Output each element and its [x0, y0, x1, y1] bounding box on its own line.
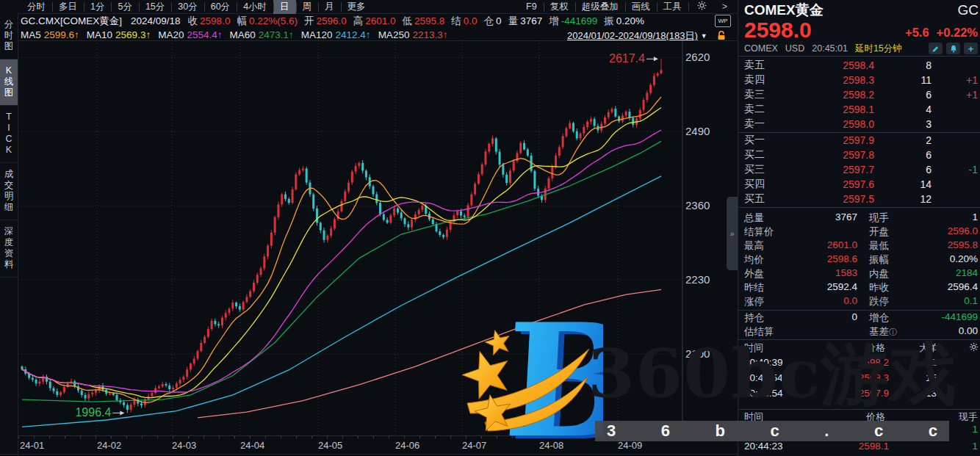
field-仓: 仓0: [484, 15, 502, 26]
x-label-24-02: 24-02: [97, 440, 121, 451]
bid-row[interactable]: 买三2597.76-1: [738, 162, 980, 177]
stat-row: 均价2598.6振幅0.20%: [738, 253, 980, 267]
wp-icon[interactable]: WP: [715, 15, 731, 27]
menu-item-复权[interactable]: 复权: [544, 0, 575, 14]
tab-日[interactable]: 日: [273, 0, 296, 14]
watermark-letter: 6: [661, 422, 670, 440]
tab-4小时[interactable]: 4小时: [237, 0, 273, 14]
field-低: 低2595.8: [403, 15, 445, 26]
ask-row[interactable]: 卖二2598.14: [738, 102, 980, 117]
menu-item-画线[interactable]: 画线: [625, 0, 657, 14]
field-振: 振0.20%: [604, 15, 644, 26]
period-tabs: 分时多日1分5分15分30分60分4小时日周月更多: [21, 0, 372, 13]
quote-panel: COMEX黄金 GC 2598.0 +5.6+0.22% COMEX USD 2…: [738, 0, 980, 456]
ma-legend-MA20: MA202554.4↑: [158, 29, 222, 40]
tab-月[interactable]: 月: [318, 0, 341, 14]
sidebar-item-K线图[interactable]: K线图: [0, 59, 18, 106]
tab-周[interactable]: 周: [296, 0, 319, 14]
bid-row[interactable]: 买一2597.92: [738, 133, 980, 148]
tab-60分[interactable]: 60分: [204, 0, 237, 14]
trading-terminal: 分时多日1分5分15分30分60分4小时日周月更多 F9复权超级叠加画线工具> …: [0, 0, 980, 456]
ask-row[interactable]: 卖五2598.48: [738, 58, 980, 73]
tab-30分[interactable]: 30分: [171, 0, 203, 14]
stat-row: 外盘1583内盘2184: [738, 267, 980, 281]
tab-1分[interactable]: 1分: [84, 0, 111, 14]
x-label-24-05: 24-05: [318, 440, 342, 451]
quote-date: 2024/09/18: [131, 15, 181, 26]
tab-5分[interactable]: 5分: [111, 0, 138, 14]
tab-15分[interactable]: 15分: [139, 0, 171, 14]
x-label-24-09: 24-09: [618, 440, 642, 451]
sidebar-item-分时图[interactable]: 分时图: [0, 13, 18, 59]
panel-collapse-handle[interactable]: »: [727, 197, 738, 270]
sidebar-item-TICK[interactable]: TICK: [0, 106, 18, 163]
ma-legend-MA5: MA52599.6↑: [21, 29, 79, 40]
watermark-letter: c: [929, 422, 937, 440]
view-sidebar: 分时图K线图TICK成交明细深度资料: [0, 13, 18, 456]
big-order-row: 20:42:542598.315: [738, 372, 980, 388]
divider: [738, 207, 980, 208]
menu-item-工具[interactable]: 工具: [657, 0, 688, 14]
tab-分时[interactable]: 分时: [21, 0, 52, 14]
x-label-24-04: 24-04: [240, 440, 264, 451]
tab-多日[interactable]: 多日: [52, 0, 84, 14]
bid-row[interactable]: 买四2597.614: [738, 177, 980, 192]
stat-row: 昨结2592.4昨收2596.4: [738, 281, 980, 295]
stat-row: 估结算基差ⓘ0.00: [738, 325, 980, 339]
x-label-24-03: 24-03: [172, 440, 196, 451]
sidebar-item-深度资料[interactable]: 深度资料: [0, 220, 18, 278]
ma-legend-MA250: MA2502213.3↑: [378, 29, 448, 40]
settings-gear-icon[interactable]: [688, 0, 716, 13]
x-label-24-08: 24-08: [539, 440, 563, 451]
table-header: 时间价格大单: [738, 341, 980, 355]
watermark-letter: 3: [607, 422, 616, 440]
menu-item-F9[interactable]: F9: [519, 1, 544, 12]
field-高: 高2601.0: [353, 15, 396, 26]
divider: [738, 339, 980, 340]
stat-row: 持仓0增仓-441699: [738, 311, 980, 325]
quote-action-icons: +: [929, 43, 978, 54]
instrument-code: GC: [958, 2, 979, 18]
chevron-down-icon[interactable]: ▼: [701, 32, 707, 40]
edit-icon[interactable]: [929, 43, 943, 54]
stat-row: 涨停0.0跌停0.1: [738, 295, 980, 309]
ask-row[interactable]: 卖三2598.26+1: [738, 87, 980, 102]
currency-label: USD: [785, 43, 804, 54]
field-开: 开2596.0: [304, 15, 347, 26]
field-结: 结0.0: [451, 15, 477, 26]
field-幅: 幅0.22%(5.6): [237, 15, 298, 26]
unlock-icon[interactable]: [716, 30, 727, 40]
watermark-letter: b: [716, 422, 725, 440]
sidebar-item-成交明细[interactable]: 成交明细: [0, 163, 18, 220]
table-settings-gear-icon[interactable]: [969, 342, 979, 354]
x-label-24-01: 24-01: [20, 440, 44, 451]
svg-text:2100: 2100: [685, 347, 710, 360]
last-price: 2598.0: [744, 19, 812, 41]
divider: [738, 310, 980, 311]
quote-info-bar: GC.CMX[COMEX黄金] 2024/09/18 收2598.0幅0.22%…: [21, 13, 651, 29]
tab-更多[interactable]: 更多: [341, 0, 372, 14]
bid-row[interactable]: 买五2597.512: [738, 192, 980, 206]
ask-row[interactable]: 卖四2598.311+1: [738, 73, 980, 87]
x-label-24-07: 24-07: [462, 440, 486, 451]
big-order-row: 20:43:542597.913: [738, 388, 980, 403]
divider: [738, 56, 980, 57]
svg-text:2617.4: 2617.4: [609, 52, 645, 65]
ask-row[interactable]: 卖一2598.03: [738, 117, 980, 131]
period-toolbar: 分时多日1分5分15分30分60分4小时日周月更多 F9复权超级叠加画线工具>: [0, 0, 738, 14]
x-label-24-06: 24-06: [395, 440, 419, 451]
svg-text:2490: 2490: [685, 125, 710, 137]
add-icon[interactable]: +: [964, 43, 978, 54]
candlestick-chart[interactable]: 262024902360223021001996.42617.4: [18, 40, 738, 435]
watermark-url-bar: 36bc.cc: [595, 421, 949, 441]
exchange-label: COMEX: [744, 43, 778, 54]
menu-item-超级叠加[interactable]: 超级叠加: [575, 0, 625, 14]
tick-row: 20:44:232598.11: [738, 441, 980, 455]
info-circle-icon: ⓘ: [889, 327, 897, 336]
quote-fields: 收2598.0幅0.22%(5.6)开2596.0高2601.0低2595.8结…: [188, 15, 651, 28]
chart-canvas[interactable]: 262024902360223021001996.42617.4: [18, 40, 738, 435]
symbol-label: GC.CMX[COMEX黄金]: [21, 15, 122, 28]
bid-row[interactable]: 买二2597.86: [738, 148, 980, 162]
chevron-right-icon[interactable]: >: [716, 1, 733, 12]
alert-bell-icon[interactable]: [946, 43, 960, 54]
